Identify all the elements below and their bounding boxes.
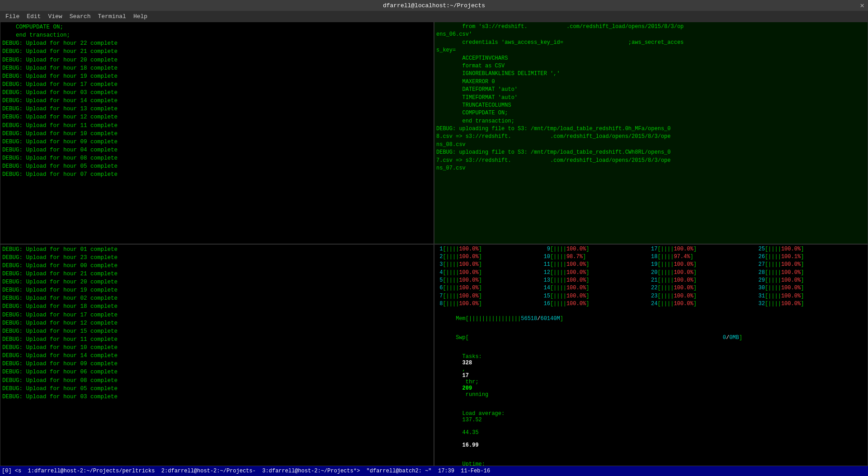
terminal-line: s_key= [436, 47, 866, 54]
cpu-row-8: 8[||||100.0%] [436, 300, 544, 308]
mem-label: Mem [456, 316, 466, 322]
menu-bar: File Edit View Search Terminal Help [0, 11, 868, 22]
cpu-row-1: 1[||||100.0%] [436, 245, 544, 253]
terminal-line: DEBUG: Upload for hour 22 complete [2, 39, 432, 47]
terminal-line: DEBUG: Upload for hour 03 complete [2, 89, 432, 97]
menu-help[interactable]: Help [130, 12, 151, 21]
window-title: dfarrell@localhost:~/Projects [383, 2, 485, 9]
terminal-line: DEBUG: Upload for hour 21 complete [2, 270, 432, 278]
terminal-line: TIMEFORMAT 'auto' [436, 94, 866, 102]
cpu-row-14: 14[||||100.0%] [544, 284, 651, 292]
terminal-line: DEBUG: Upload for hour 07 complete [2, 170, 432, 179]
terminal-line: DEBUG: Upload for hour 03 complete [2, 393, 432, 401]
mem-bar: |||||||||||||||| [469, 316, 521, 322]
terminal-line: DEBUG: Upload for hour 20 complete [2, 56, 432, 64]
htop-uptime: Uptime: 00:51:19 [436, 455, 866, 466]
terminal-line: DEBUG: Upload for hour 14 complete [2, 352, 432, 360]
menu-view[interactable]: View [44, 12, 66, 21]
terminal-line: format as CSV [436, 62, 866, 70]
cpu-row-22: 22[||||100.0%] [651, 284, 759, 292]
terminal-line: DEBUG: Upload for hour 13 complete [2, 105, 432, 113]
terminal-line: DEBUG: uploading file to S3: /mnt/tmp/lo… [436, 149, 866, 156]
tasks-thr: 17 [462, 372, 469, 379]
pane-htop[interactable]: 1[||||100.0%] 9[||||100.0%]17[||||100.0%… [434, 244, 868, 467]
mem-used: 56518 [521, 316, 537, 322]
tasks-label: Tasks: [462, 353, 482, 360]
close-icon[interactable]: ✕ [860, 1, 864, 10]
swp-label: Swp [456, 335, 466, 341]
load-avg-2: 44.35 [462, 429, 479, 436]
htop-mem-row: Mem[||||||||||||||||56518/60140M] [434, 309, 868, 328]
terminal-line: DEBUG: Upload for hour 18 complete [2, 302, 432, 311]
mem-total: 60140M [540, 316, 560, 322]
cpu-row-5: 5[||||100.0%] [436, 277, 544, 284]
terminal-line: DEBUG: Upload for hour 09 complete [2, 360, 432, 368]
terminal-line: end transaction; [2, 31, 432, 39]
terminal-line: DEBUG: Upload for hour 17 complete [2, 80, 432, 89]
cpu-row-3: 3[||||100.0%] [436, 261, 544, 269]
cpu-row-24: 24[||||100.0%] [651, 300, 759, 308]
cpu-row-12: 12[||||100.0%] [544, 269, 651, 277]
cpu-row-17: 17[||||100.0%] [651, 245, 759, 253]
pane-top-right[interactable]: from 's3://redshift. .com/redshift_load/… [434, 22, 868, 244]
cpu-row-28: 28[||||100.0%] [759, 269, 866, 277]
htop-load-avg: Load average: 137.52 44.35 16.99 [436, 404, 866, 455]
terminal-line: DEBUG: Upload for hour 15 complete [2, 327, 432, 335]
menu-edit[interactable]: Edit [23, 12, 44, 21]
terminal-line: ns_08.csv [436, 141, 866, 149]
cpu-row-31: 31[||||100.0%] [759, 292, 866, 300]
terminal-line: DEBUG: Upload for hour 04 complete [2, 146, 432, 154]
terminal-line: DEBUG: Upload for hour 01 complete [2, 245, 432, 254]
cpu-row-32: 32[||||100.0%] [759, 300, 866, 308]
swp-used: 0 [723, 335, 726, 341]
terminal-line: DEBUG: Upload for hour 20 complete [2, 278, 432, 286]
cpu-row-20: 20[||||100.0%] [651, 269, 759, 277]
menu-search[interactable]: Search [66, 12, 94, 21]
cpu-row-4: 4[||||100.0%] [436, 269, 544, 277]
terminal-line: 7.csv => s3://redshift. .com/redshift_lo… [436, 157, 866, 165]
terminal-line: DEBUG: Upload for hour 19 complete [2, 286, 432, 294]
uptime-label: Uptime: [462, 461, 485, 466]
cpu-row-21: 21[||||100.0%] [651, 277, 759, 284]
cpu-row-19: 19[||||100.0%] [651, 261, 759, 269]
htop-cpu-grid: 1[||||100.0%] 9[||||100.0%]17[||||100.0%… [434, 245, 868, 309]
menu-terminal[interactable]: Terminal [94, 12, 129, 21]
cpu-row-7: 7[||||100.0%] [436, 292, 544, 300]
terminal-line: DEBUG: Upload for hour 05 complete [2, 385, 432, 393]
terminal-line: DATEFORMAT 'auto' [436, 86, 866, 94]
load-avg-1: 137.52 [462, 417, 482, 423]
terminal-line: DEBUG: Upload for hour 08 complete [2, 377, 432, 385]
terminal-line: TRUNCATECOLUMNS [436, 102, 866, 109]
terminal-line: DEBUG: Upload for hour 10 complete [2, 344, 432, 352]
cpu-row-16: 16[||||100.0%] [544, 300, 651, 308]
cpu-row-23: 23[||||100.0%] [651, 292, 759, 300]
terminal-line: COMPUPDATE ON; [436, 109, 866, 117]
htop-stats: Tasks: 328 , 17 thr; 209 running Load av… [434, 347, 868, 466]
menu-file[interactable]: File [2, 12, 23, 21]
terminal-line: DEBUG: Upload for hour 02 complete [2, 294, 432, 302]
terminal-line: DEBUG: Upload for hour 12 complete [2, 319, 432, 327]
terminal-line: DEBUG: Upload for hour 21 complete [2, 47, 432, 56]
cpu-row-30: 30[||||100.0%] [759, 284, 866, 292]
pane-top-left[interactable]: COMPUPDATE ON; end transaction;DEBUG: Up… [0, 22, 434, 244]
terminal-line: DEBUG: Upload for hour 08 complete [2, 154, 432, 162]
status-text: [0] <s 1:dfarrell@host-2:~/Projects/perl… [2, 468, 490, 474]
tasks-running: 209 [462, 385, 472, 391]
terminal-line: DEBUG: Upload for hour 17 complete [2, 311, 432, 319]
terminal-line: MAXERROR 0 [436, 78, 866, 86]
terminal-line: DEBUG: Upload for hour 06 complete [2, 368, 432, 376]
cpu-row-25: 25[||||100.0%] [759, 245, 866, 253]
terminal-line: DEBUG: Upload for hour 09 complete [2, 138, 432, 146]
status-bar: [0] <s 1:dfarrell@host-2:~/Projects/perl… [0, 466, 868, 476]
terminal-line: DEBUG: Upload for hour 12 complete [2, 113, 432, 121]
pane-bottom-left[interactable]: DEBUG: Upload for hour 01 completeDEBUG:… [0, 244, 434, 467]
terminal-line: ns_07.csv [436, 165, 866, 172]
cpu-row-11: 11[||||100.0%] [544, 261, 651, 269]
terminal-line: COMPUPDATE ON; [2, 23, 432, 31]
cpu-row-9: 9[||||100.0%] [544, 245, 651, 253]
terminal-line: IGNOREBLANKLINES DELIMITER ',' [436, 70, 866, 78]
cpu-row-18: 18[||||97.4%] [651, 253, 759, 261]
terminal-line: DEBUG: Upload for hour 14 complete [2, 97, 432, 105]
swp-total: 0MB [729, 335, 739, 341]
terminal-line: DEBUG: Upload for hour 10 complete [2, 130, 432, 138]
